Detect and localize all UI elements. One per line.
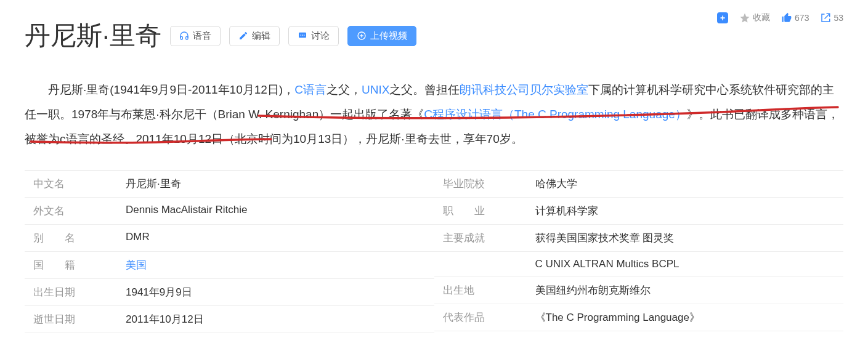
intro-text: 之父， [327,83,362,96]
share-button[interactable]: 53 [820,12,843,23]
info-label: 别 名 [25,231,113,245]
info-label: 逝世日期 [25,312,113,326]
info-row: 中文名丹尼斯·里奇 [25,171,434,198]
info-value: Dennis MacAlistair Ritchie [113,204,247,218]
like-count: 673 [795,13,809,23]
info-value: 计算机科学家 [523,204,598,218]
share-icon [820,12,831,23]
like-button[interactable]: 673 [781,12,809,23]
info-label: 代表作品 [434,310,523,325]
info-row: 出生日期1941年9月9日 [25,279,434,306]
intro-paragraph: 丹尼斯·里奇(1941年9月9日-2011年10月12日)，C语言之父，UNIX… [25,78,843,151]
upload-label: 上传视频 [370,30,407,42]
svg-point-2 [302,34,303,36]
link-unix[interactable]: UNIX [362,83,389,96]
link-c-language[interactable]: C语言 [294,83,327,96]
info-row: 代表作品《The C Programming Language》 [434,304,844,331]
upload-video-button[interactable]: 上传视频 [347,26,416,46]
headphones-icon [179,31,189,41]
info-col-right: 毕业院校哈佛大学职 业计算机科学家主要成就获得美国国家技术奖章 图灵奖C UNI… [434,171,844,333]
info-label: 国 籍 [25,258,113,272]
svg-point-1 [300,34,301,36]
info-label: 出生日期 [25,285,113,299]
info-label: 毕业院校 [434,177,523,191]
intro-text: 之父。曾担任 [389,83,460,96]
info-label: 出生地 [434,283,523,297]
favorite-button[interactable]: 收藏 [739,12,770,23]
info-label [434,258,523,270]
info-label: 主要成就 [434,231,523,245]
info-table: 中文名丹尼斯·里奇外文名Dennis MacAlistair Ritchie别 … [25,170,843,333]
info-row: 毕业院校哈佛大学 [434,171,844,198]
share-count: 53 [834,13,843,23]
info-value: 丹尼斯·里奇 [113,177,181,191]
thumbs-up-icon [781,12,792,23]
intro-text: 丹尼斯·里奇(1941年9月9日-2011年10月12日)， [48,83,294,96]
info-row: 别 名DMR [25,225,434,252]
title-row: 丹尼斯·里奇 语音 编辑 讨论 上传视频 [25,0,843,53]
info-row: 国 籍美国 [25,252,434,279]
chat-icon [298,31,307,41]
info-value: C UNIX ALTRAN Multics BCPL [523,258,679,270]
info-row: 逝世日期2011年10月12日 [25,306,434,333]
info-label: 职 业 [434,204,523,218]
info-value: 2011年10月12日 [113,312,204,326]
star-icon [739,12,750,23]
info-col-left: 中文名丹尼斯·里奇外文名Dennis MacAlistair Ritchie别 … [25,171,434,333]
audio-label: 语音 [193,30,211,42]
edit-label: 编辑 [252,30,270,42]
info-label: 中文名 [25,177,113,191]
discuss-button[interactable]: 讨论 [288,26,339,46]
info-label: 外文名 [25,204,113,218]
info-value: 哈佛大学 [523,177,577,191]
svg-point-3 [303,34,304,36]
info-value: 《The C Programming Language》 [523,310,700,325]
plus-circle-icon [357,31,367,41]
discuss-label: 讨论 [311,30,330,42]
info-value[interactable]: 美国 [113,258,147,272]
info-value: 获得美国国家技术奖章 图灵奖 [523,231,675,245]
info-value: DMR [113,231,150,245]
info-row: 主要成就获得美国国家技术奖章 图灵奖 [434,225,844,252]
plus-icon: + [717,12,728,23]
favorite-label: 收藏 [753,12,770,23]
edit-button[interactable]: 编辑 [229,26,280,46]
link-lucent[interactable]: 朗讯科技公司 [460,83,530,96]
info-row: C UNIX ALTRAN Multics BCPL [434,252,844,277]
info-row: 外文名Dennis MacAlistair Ritchie [25,198,434,225]
pencil-icon [238,31,248,41]
info-row: 出生地美国纽约州布朗克斯维尔 [434,277,844,304]
info-value: 美国纽约州布朗克斯维尔 [523,283,651,297]
info-row: 职 业计算机科学家 [434,198,844,225]
add-button[interactable]: + [717,12,728,23]
page-title: 丹尼斯·里奇 [25,18,161,53]
info-value: 1941年9月9日 [113,285,192,299]
top-toolbar: + 收藏 673 53 [717,12,843,23]
link-c-book[interactable]: C程序设计语言（The C Programming Language） [424,108,687,121]
link-bell-labs[interactable]: 贝尔实验室 [530,83,588,96]
audio-button[interactable]: 语音 [170,26,221,46]
